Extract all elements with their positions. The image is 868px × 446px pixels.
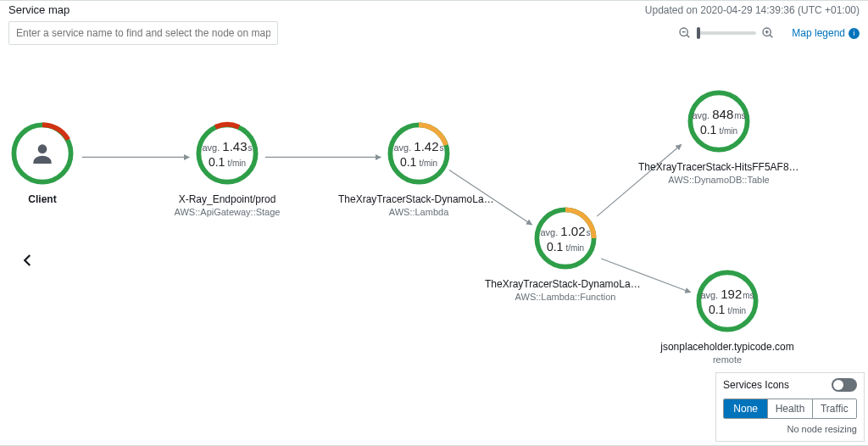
- node-metrics: avg. 1.02s 0.1 t/min: [531, 203, 600, 273]
- node-remote[interactable]: avg. 192ms 0.1 t/min jsonplaceholder.typ…: [643, 266, 812, 365]
- node-apigw[interactable]: avg. 1.43s 0.1 t/min X-Ray_Endpoint/prod…: [155, 119, 299, 217]
- node-label: TheXrayTracerStack-DynamoLambd...: [338, 193, 499, 205]
- node-sublabel: AWS::DynamoDB::Table: [668, 175, 769, 185]
- resize-panel: Services Icons None Health Traffic No no…: [715, 372, 865, 442]
- seg-health[interactable]: Health: [767, 399, 811, 418]
- map-legend-link[interactable]: Map legend i: [792, 27, 860, 39]
- info-icon: i: [849, 28, 860, 39]
- page-title: Service map: [8, 3, 70, 16]
- node-metrics: avg. 848ms 0.1 t/min: [684, 86, 754, 156]
- seg-traffic[interactable]: Traffic: [812, 399, 856, 418]
- zoom-out-icon[interactable]: [678, 26, 692, 40]
- node-sublabel: AWS::ApiGateway::Stage: [175, 207, 281, 217]
- zoom-in-icon[interactable]: [761, 26, 775, 40]
- node-client[interactable]: Client: [0, 119, 114, 205]
- resize-segmented: None Health Traffic: [723, 399, 857, 419]
- node-metrics: avg. 1.43s 0.1 t/min: [192, 119, 262, 188]
- zoom-controls: [678, 26, 775, 40]
- toolbar: Map legend i: [0, 16, 868, 45]
- node-sublabel: remote: [713, 354, 742, 365]
- node-label: TheXrayTracerStack-DynamoLambd...: [485, 278, 646, 290]
- search-container: [8, 21, 278, 45]
- updated-timestamp: Updated on 2020-04-29 14:39:36 (UTC +01:…: [645, 4, 860, 16]
- header: Service map Updated on 2020-04-29 14:39:…: [0, 1, 868, 16]
- service-map-page: { "header": { "title": "Service map", "u…: [0, 0, 868, 446]
- node-sublabel: AWS::Lambda: [389, 207, 449, 217]
- services-icons-label: Services Icons: [723, 379, 789, 391]
- zoom-slider[interactable]: [697, 31, 756, 35]
- collapse-chevron-icon[interactable]: [20, 253, 36, 268]
- node-lambda-function[interactable]: avg. 1.02s 0.1 t/min TheXrayTracerStack-…: [476, 203, 654, 302]
- node-metrics: avg. 192ms 0.1 t/min: [693, 266, 762, 336]
- search-input[interactable]: [8, 21, 278, 45]
- node-label: jsonplaceholder.typicode.com: [660, 341, 793, 353]
- seg-none[interactable]: None: [724, 399, 767, 418]
- svg-line-1: [687, 35, 689, 37]
- services-icons-toggle[interactable]: [832, 378, 857, 392]
- map-legend-label: Map legend: [792, 27, 845, 39]
- node-sublabel: AWS::Lambda::Function: [515, 292, 616, 302]
- resize-note: No node resizing: [723, 424, 857, 434]
- services-icons-row: Services Icons: [723, 378, 857, 392]
- svg-point-13: [38, 144, 47, 153]
- node-label: Client: [28, 193, 56, 205]
- client-icon: [8, 119, 77, 188]
- node-label: TheXrayTracerStack-HitsFF5AF8C...: [638, 161, 799, 173]
- node-lambda[interactable]: avg. 1.42s 0.1 t/min TheXrayTracerStack-…: [334, 119, 504, 217]
- node-dynamodb[interactable]: avg. 848ms 0.1 t/min TheXrayTracerStack-…: [626, 86, 812, 185]
- svg-line-4: [770, 35, 772, 37]
- node-label: X-Ray_Endpoint/prod: [179, 193, 276, 205]
- node-metrics: avg. 1.42s 0.1 t/min: [384, 119, 453, 188]
